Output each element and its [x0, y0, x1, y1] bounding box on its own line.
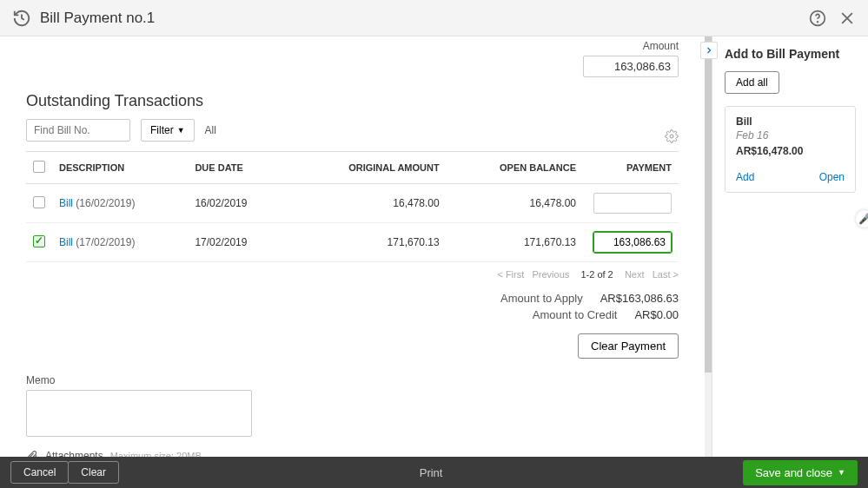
memo-block: Memo [26, 374, 679, 439]
paperclip-icon[interactable] [26, 450, 38, 457]
amount-to-credit-value: AR$0.00 [634, 308, 679, 321]
bill-card-add-link[interactable]: Add [736, 171, 754, 183]
all-link[interactable]: All [205, 124, 216, 136]
bill-card-date: Feb 16 [736, 129, 845, 142]
bill-card-amount: AR$16,478.00 [736, 145, 845, 157]
original-amount: 171,670.13 [288, 223, 446, 262]
save-label: Save and close [755, 466, 832, 479]
open-balance: 16,478.00 [447, 184, 583, 223]
payment-input[interactable] [593, 193, 672, 214]
bill-card: Bill Feb 16 AR$16,478.00 Add Open [725, 106, 856, 193]
save-and-close-button[interactable]: Save and close ▼ [743, 460, 858, 485]
app-header: Bill Payment no.1 [0, 0, 868, 36]
sidebar: Add to Bill Payment Add all Bill Feb 16 … [712, 36, 868, 457]
bill-date: (17/02/2019) [76, 236, 135, 248]
main-panel: Amount 163,086.63 Outstanding Transactio… [0, 36, 705, 457]
add-all-button[interactable]: Add all [725, 71, 779, 94]
amount-to-apply-label: Amount to Apply [500, 292, 583, 305]
table-settings-icon[interactable] [665, 129, 679, 143]
cancel-button[interactable]: Cancel [10, 461, 69, 484]
pagination: < First Previous 1-2 of 2 Next Last > [26, 269, 679, 280]
col-original: ORIGINAL AMOUNT [288, 152, 446, 184]
col-payment: PAYMENT [583, 152, 679, 184]
voice-icon[interactable]: 🎤 [856, 210, 868, 228]
bill-link[interactable]: Bill [59, 236, 73, 248]
col-description: DESCRIPTION [52, 152, 188, 184]
sidebar-collapse-button[interactable] [700, 42, 718, 59]
main-scrollbar[interactable] [705, 36, 712, 457]
table-row[interactable]: Bill (17/02/2019) 17/02/2019 171,670.13 … [26, 223, 679, 262]
amount-to-credit-label: Amount to Credit [533, 308, 618, 321]
page-first[interactable]: < First [497, 269, 524, 280]
svg-point-4 [670, 135, 673, 138]
row-checkbox[interactable] [33, 196, 45, 208]
caret-down-icon: ▼ [177, 126, 185, 135]
outstanding-title: Outstanding Transactions [26, 92, 679, 110]
bill-date: (16/02/2019) [76, 197, 135, 209]
caret-down-icon: ▼ [838, 468, 845, 477]
page-prev[interactable]: Previous [532, 269, 569, 280]
attachments-row: Attachments Maximum size: 20MB [26, 450, 679, 457]
page-range: 1-2 of 2 [580, 269, 613, 280]
filter-button[interactable]: Filter ▼ [141, 119, 195, 142]
clear-button[interactable]: Clear [68, 461, 119, 484]
table-row[interactable]: Bill (16/02/2019) 16/02/2019 16,478.00 1… [26, 184, 679, 223]
page-next[interactable]: Next [625, 269, 645, 280]
bill-card-title: Bill [736, 115, 845, 128]
summary-block: Amount to ApplyAR$163,086.63 Amount to C… [26, 292, 679, 359]
bill-link[interactable]: Bill [59, 197, 73, 209]
close-icon[interactable] [838, 10, 856, 27]
memo-label: Memo [26, 374, 679, 386]
select-all-checkbox[interactable] [33, 161, 45, 173]
payment-input[interactable] [593, 232, 672, 253]
print-link[interactable]: Print [420, 466, 443, 479]
due-date: 16/02/2019 [188, 184, 288, 223]
svg-point-1 [818, 21, 818, 22]
attachments-maxsize: Maximum size: 20MB [110, 451, 202, 457]
clear-payment-button[interactable]: Clear Payment [578, 333, 679, 359]
open-balance: 171,670.13 [447, 223, 583, 262]
col-duedate: DUE DATE [188, 152, 288, 184]
history-icon[interactable] [12, 9, 31, 28]
amount-block: Amount 163,086.63 [583, 40, 679, 77]
due-date: 17/02/2019 [188, 223, 288, 262]
original-amount: 16,478.00 [288, 184, 446, 223]
help-icon[interactable] [809, 10, 826, 27]
row-checkbox[interactable] [33, 235, 45, 247]
page-title: Bill Payment no.1 [40, 10, 155, 27]
transactions-table: DESCRIPTION DUE DATE ORIGINAL AMOUNT OPE… [26, 151, 679, 262]
footer-bar: Cancel Clear Print Save and close ▼ [0, 457, 868, 488]
attachments-label[interactable]: Attachments [45, 450, 103, 457]
filter-label: Filter [150, 124, 174, 136]
memo-textarea[interactable] [26, 390, 252, 437]
amount-label: Amount [583, 40, 679, 52]
amount-value[interactable]: 163,086.63 [583, 56, 679, 77]
page-last[interactable]: Last > [653, 269, 679, 280]
amount-to-apply-value: AR$163,086.63 [600, 292, 679, 305]
sidebar-title: Add to Bill Payment [725, 47, 856, 61]
search-input[interactable] [26, 119, 130, 142]
bill-card-open-link[interactable]: Open [819, 171, 845, 183]
col-openbalance: OPEN BALANCE [447, 152, 583, 184]
